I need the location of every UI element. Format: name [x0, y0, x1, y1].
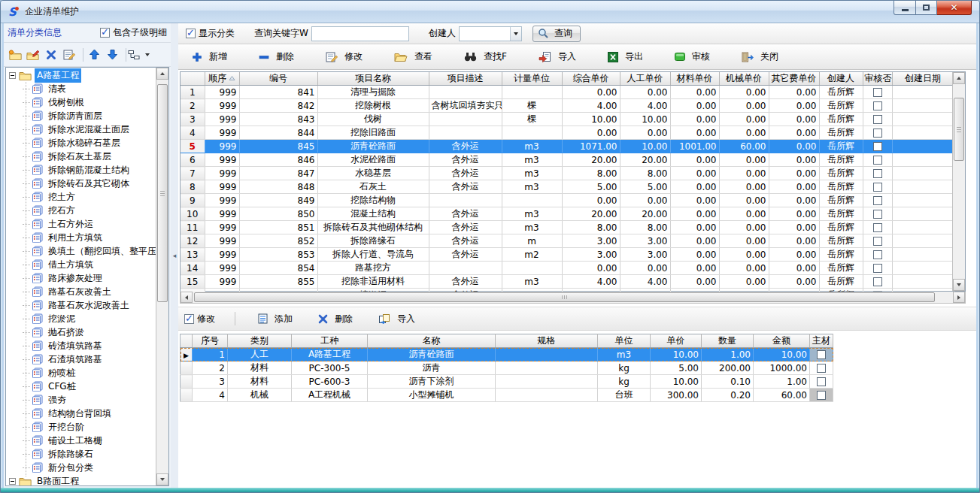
cell-seq[interactable]: 999 [205, 262, 239, 275]
scroll-left-button[interactable] [181, 292, 193, 303]
cell-unit[interactable]: kg [598, 375, 651, 389]
toolbar-button-audit[interactable]: 审核 [672, 48, 713, 65]
column-header[interactable]: 主材 [810, 334, 833, 348]
cell-other[interactable]: 0.00 [769, 126, 819, 140]
row-number[interactable]: 13 [181, 248, 205, 262]
category-toolbar-note-category-button[interactable] [62, 46, 80, 64]
cell-labor[interactable]: 20.00 [620, 207, 670, 221]
row-number[interactable]: 9 [181, 194, 205, 207]
cell-price[interactable]: 10.00 [651, 348, 702, 361]
cell-creator[interactable]: 岳所辉 [819, 207, 863, 221]
creator-select[interactable] [459, 26, 522, 41]
cell-amount[interactable]: 1.00 [754, 375, 810, 389]
cell-date[interactable] [892, 140, 954, 153]
collapse-icon[interactable] [9, 72, 16, 79]
cell-labor[interactable]: 4.00 [620, 99, 670, 113]
column-header[interactable]: 规格 [496, 334, 598, 348]
cell-creator[interactable]: 岳所辉 [819, 99, 863, 113]
window-titlebar[interactable]: S 企业清单维护 ✕ [1, 1, 979, 23]
tree-node[interactable]: 路基石灰改善土 [6, 285, 156, 298]
tree-node[interactable]: 挖石方 [6, 204, 156, 217]
cell-name[interactable]: 挖除非适用材料 [317, 275, 429, 289]
cell-unit[interactable]: m3 [502, 221, 562, 234]
show-category-checkbox[interactable] [186, 29, 196, 38]
table-row[interactable]: 14999854路基挖方0.000.000.000.000.00岳所辉 [181, 262, 954, 275]
cell-mat[interactable]: 0.00 [670, 113, 719, 126]
column-header[interactable]: 材料单价 [670, 72, 719, 86]
cell-category[interactable]: 人工 [228, 348, 292, 361]
column-header[interactable]: 数量 [702, 334, 754, 348]
cell-name[interactable]: 石灰土 [317, 180, 429, 194]
row-number[interactable]: 7 [181, 167, 205, 180]
cell-comp[interactable]: 20.00 [562, 207, 620, 221]
category-toolbar-move-up-button[interactable] [86, 46, 105, 64]
toolbar-button-find[interactable]: 查找F [461, 48, 510, 65]
row-number[interactable]: 11 [181, 221, 205, 234]
cell-name[interactable]: 清理与掘除 [317, 86, 429, 99]
cell-desc[interactable]: 含外运 [429, 207, 502, 221]
cell-name[interactable]: 沥青砼路面 [317, 140, 429, 153]
column-header[interactable]: 顺序 [205, 72, 239, 86]
cell-mach[interactable]: 0.00 [719, 275, 769, 289]
cell-date[interactable] [892, 153, 954, 167]
cell-spec[interactable] [496, 389, 598, 402]
row-number[interactable]: 12 [181, 234, 205, 248]
tree-node[interactable]: 清表 [6, 82, 156, 95]
audit-checkbox[interactable] [873, 237, 882, 246]
cell-unit[interactable] [502, 194, 562, 207]
audit-checkbox[interactable] [873, 210, 882, 219]
cell-other[interactable]: 0.00 [769, 275, 819, 289]
table-row[interactable]: 5999845沥青砼路面含外运m31071.0010.001001.0060.0… [181, 140, 954, 153]
column-header[interactable]: 项目描述 [429, 72, 502, 86]
cell-code[interactable]: 846 [239, 153, 317, 167]
toolbar-button-import[interactable]: 导入 [536, 48, 579, 65]
main-material-checkbox[interactable] [817, 364, 826, 373]
cell-creator[interactable]: 岳所辉 [819, 126, 863, 140]
tree-node[interactable]: 铺设土工格栅 [6, 434, 156, 447]
table-row[interactable]: 2材料PC-300-5沥青kg5.00200.001000.00 [181, 361, 833, 375]
cell-trade[interactable]: PC-600-3 [292, 375, 368, 389]
cell-creator[interactable]: 岳所辉 [819, 262, 863, 275]
cell-comp[interactable]: 5.00 [562, 180, 620, 194]
cell-mat[interactable]: 0.00 [670, 126, 719, 140]
cell-qty[interactable]: 0.10 [702, 375, 754, 389]
audit-checkbox[interactable] [873, 101, 882, 110]
cell-code[interactable]: 848 [239, 180, 317, 194]
table-row[interactable]: ▶1人工A路基工程沥青砼路面m310.001.0010.00 [181, 348, 833, 361]
cell-other[interactable]: 0.00 [769, 153, 819, 167]
cell-date[interactable] [892, 180, 954, 194]
cell-other[interactable]: 0.00 [769, 234, 819, 248]
cell-name[interactable]: 小型摊铺机 [368, 389, 496, 402]
column-header[interactable]: 项目名称 [317, 72, 429, 86]
cell-code[interactable]: 847 [239, 167, 317, 180]
cell-mat[interactable]: 0.00 [670, 275, 719, 289]
cell-creator[interactable]: 岳所辉 [819, 167, 863, 180]
scroll-down-button[interactable] [953, 279, 965, 291]
category-toolbar-tree-view-button[interactable] [129, 46, 147, 64]
column-header[interactable]: 审核否 [863, 72, 892, 86]
cell-comp[interactable]: 3.00 [562, 234, 620, 248]
toolbar-button-add[interactable]: 新增 [189, 48, 230, 65]
cell-mach[interactable]: 0.00 [719, 113, 769, 126]
include-children-option[interactable]: 包含子级明细 [100, 26, 167, 39]
column-header[interactable]: 编号 [239, 72, 317, 86]
cell-price[interactable]: 300.00 [651, 389, 702, 402]
cell-code[interactable]: 849 [239, 194, 317, 207]
cell-date[interactable] [892, 113, 954, 126]
cell-comp[interactable]: 4.00 [562, 99, 620, 113]
cell-name[interactable]: 挖除树根 [317, 99, 429, 113]
cell-desc[interactable]: 含外运 [429, 234, 502, 248]
row-number[interactable]: 1 [181, 86, 205, 99]
cell-category[interactable]: 机械 [228, 389, 292, 402]
cell-unit[interactable]: m3 [502, 180, 562, 194]
cell-mach[interactable]: 0.00 [719, 194, 769, 207]
column-header[interactable]: 创建日期 [892, 72, 954, 86]
cell-unit[interactable] [502, 126, 562, 140]
cell-mat[interactable]: 0.00 [670, 99, 719, 113]
minimize-button[interactable] [894, 1, 916, 15]
cell-mat[interactable]: 0.00 [670, 248, 719, 262]
cell-mach[interactable]: 0.00 [719, 167, 769, 180]
tree-node[interactable]: 拆除水稳碎石基层 [6, 136, 156, 150]
cell-no[interactable]: 4 [193, 389, 228, 402]
cell-mach[interactable]: 0.00 [719, 207, 769, 221]
